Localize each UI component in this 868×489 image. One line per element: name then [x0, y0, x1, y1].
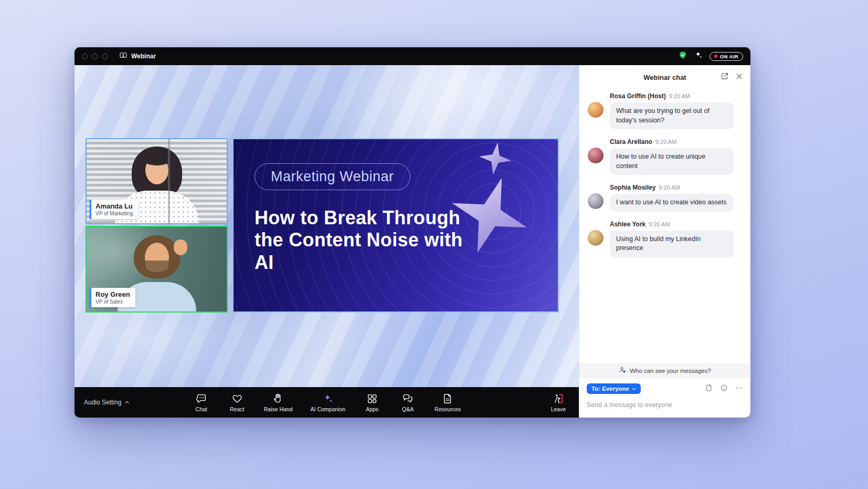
message-time: 9:20 AM — [649, 221, 670, 227]
message-sender: Rosa Griffin (Host) — [610, 92, 666, 100]
leave-door-icon — [553, 393, 564, 404]
avatar — [588, 102, 604, 118]
raise-hand-button[interactable]: Raise Hand — [264, 393, 293, 412]
chat-message-list: Rosa Griffin (Host)9:20 AM What are you … — [579, 89, 750, 363]
avatar — [588, 230, 604, 246]
message-time: 9:20 AM — [655, 139, 676, 145]
message-sender: Clara Arellano — [610, 138, 652, 145]
qa-bubbles-icon — [402, 393, 414, 404]
message-text: How to use AI to create unique content — [610, 148, 734, 175]
chat-message: Rosa Griffin (Host)9:20 AM What are you … — [588, 92, 742, 129]
presentation-badge: Marketing Webinar — [255, 163, 410, 190]
chevron-up-icon — [124, 399, 130, 406]
message-input[interactable] — [587, 401, 743, 409]
nametag-amanda: Amanda Lu VP of Marketing — [90, 200, 138, 219]
security-shield-icon[interactable] — [678, 50, 687, 62]
message-text: What are you trying to get out of today'… — [610, 102, 734, 129]
app-title: Webinar — [119, 51, 156, 61]
video-stage: Amanda Lu VP of Marketing — [75, 65, 579, 387]
shared-screen-presentation: Marketing Webinar How to Break Through t… — [232, 138, 559, 313]
close-window-button[interactable] — [82, 54, 88, 59]
chat-message: Clara Arellano9:20 AM How to use AI to c… — [588, 138, 742, 175]
ai-companion-icon — [322, 393, 334, 404]
chat-message: Sophia Mosiley9:20 AM I want to use AI t… — [588, 184, 742, 212]
message-time: 9:20 AM — [669, 93, 690, 99]
pop-out-icon[interactable] — [721, 72, 729, 82]
meeting-toolbar: Audio Setting Chat — [75, 387, 579, 418]
chat-message: Ashlee York9:20 AM Using AI to build my … — [588, 221, 742, 257]
apps-grid-icon — [366, 393, 378, 404]
message-text: I want to use AI to create video assets — [610, 194, 733, 212]
chat-icon — [196, 393, 207, 404]
window-titlebar: Webinar ON AIR — [75, 47, 750, 65]
on-air-badge: ON AIR — [710, 52, 743, 61]
participant-name: Amanda Lu — [96, 202, 133, 210]
minimize-window-button[interactable] — [92, 54, 98, 59]
webinar-window: Webinar ON AIR — [75, 47, 750, 418]
raised-hand-icon — [272, 393, 284, 404]
participant-role: VP of Marketing — [96, 211, 133, 216]
participant-role: VP of Sales — [96, 299, 130, 305]
window-controls — [82, 54, 108, 59]
qa-button[interactable]: Q&A — [399, 393, 417, 412]
chat-panel-title: Webinar chat — [643, 74, 686, 81]
nametag-roy: Roy Green VP of Sales — [90, 288, 135, 307]
participant-name: Roy Green — [96, 290, 130, 298]
chevron-down-icon — [632, 386, 636, 392]
participant-video-roy[interactable]: Roy Green VP of Sales — [86, 226, 228, 313]
privacy-people-icon — [619, 366, 627, 375]
close-icon[interactable] — [735, 72, 743, 82]
message-time: 9:20 AM — [659, 184, 680, 191]
leave-button[interactable]: Leave — [549, 393, 567, 412]
ai-sparkle-icon[interactable] — [694, 50, 703, 62]
more-options-icon[interactable] — [735, 384, 743, 394]
attach-file-icon[interactable] — [705, 384, 713, 394]
webinar-icon — [119, 51, 128, 61]
on-air-label: ON AIR — [720, 54, 738, 59]
audio-setting-button[interactable]: Audio Setting — [84, 399, 130, 406]
avatar — [588, 193, 604, 209]
recipient-label: To: Everyone — [591, 386, 629, 392]
privacy-note-link[interactable]: Who can see your messages? — [579, 363, 750, 378]
apps-button[interactable]: Apps — [363, 393, 381, 412]
on-air-dot-icon — [714, 55, 717, 58]
resources-button[interactable]: Resources — [435, 393, 461, 412]
desktop-background: Webinar ON AIR — [0, 0, 868, 489]
message-text: Using AI to build my LinkedIn presence — [610, 231, 734, 257]
document-icon — [442, 393, 453, 404]
maximize-window-button[interactable] — [102, 54, 108, 59]
chat-button[interactable]: Chat — [193, 393, 210, 412]
chat-composer: To: Everyone — [579, 378, 750, 418]
emoji-icon[interactable] — [720, 384, 728, 394]
audio-setting-label: Audio Setting — [84, 399, 121, 406]
message-sender: Ashlee York — [610, 221, 645, 228]
presentation-title: How to Break Through the Content Noise w… — [255, 207, 485, 274]
message-sender: Sophia Mosiley — [610, 184, 655, 191]
chat-header: Webinar chat — [579, 65, 750, 89]
react-button[interactable]: React — [228, 393, 246, 412]
avatar — [588, 148, 604, 163]
recipient-selector[interactable]: To: Everyone — [587, 383, 641, 394]
ai-companion-button[interactable]: AI Companion — [311, 393, 346, 412]
window-title: Webinar — [131, 53, 156, 60]
chat-panel: Webinar chat Rosa Griffin — [579, 65, 750, 418]
privacy-note-text: Who can see your messages? — [630, 368, 711, 374]
participant-video-amanda[interactable]: Amanda Lu VP of Marketing — [86, 138, 228, 224]
heart-icon — [231, 393, 243, 404]
